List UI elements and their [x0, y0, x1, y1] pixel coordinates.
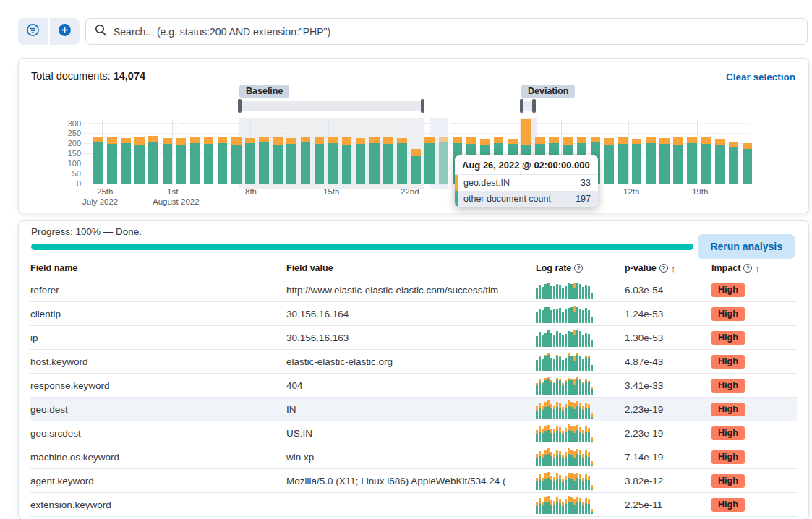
sparkline-bar — [544, 333, 547, 347]
table-row[interactable]: geo.destIN2.23e-19High — [30, 398, 797, 421]
sparkline-bar — [550, 505, 552, 514]
histogram-bar[interactable] — [411, 149, 421, 184]
histogram-bar[interactable] — [646, 137, 656, 184]
histogram-bar[interactable] — [743, 143, 753, 184]
sparkline-bar — [565, 408, 567, 419]
impact-help-icon[interactable]: ? — [743, 264, 752, 273]
sparkline-bar — [565, 358, 567, 371]
sparkline-bar — [585, 381, 587, 395]
sparkline-bar — [570, 502, 573, 514]
histogram-bar[interactable] — [259, 137, 269, 184]
table-row[interactable]: machine.os.keywordwin xp7.14e-19High — [30, 445, 797, 469]
histogram-bar[interactable] — [121, 138, 131, 184]
sparkline-bar — [579, 331, 581, 347]
table-row[interactable]: extension.keyword2.25e-11High — [30, 493, 797, 517]
histogram-bar[interactable] — [701, 137, 711, 184]
deviation-brush-left-handle[interactable] — [520, 99, 523, 113]
sparkline-bar — [553, 335, 555, 347]
histogram-bar[interactable] — [397, 138, 407, 184]
histogram-bar[interactable] — [148, 136, 158, 184]
histogram-bar[interactable] — [163, 138, 173, 184]
sparkline-bar — [588, 457, 590, 466]
sparkline-bar — [579, 479, 581, 490]
histogram-bar[interactable] — [342, 137, 352, 184]
table-row[interactable]: agent.keywordMozilla/5.0 (X11; Linux i68… — [30, 469, 797, 493]
histogram-bar[interactable] — [328, 137, 338, 184]
sparkline-bar — [565, 432, 567, 442]
saved-queries-button[interactable] — [18, 18, 48, 45]
p-value-help-icon[interactable]: ? — [659, 264, 668, 273]
other-count-segment — [176, 145, 187, 184]
log-rate-help-icon[interactable]: ? — [574, 264, 583, 273]
other-count-segment — [121, 143, 131, 184]
sparkline-bar — [559, 432, 561, 442]
table-row[interactable]: host.keywordelastic-elastic-elastic.org4… — [30, 350, 797, 374]
baseline-brush-left-handle[interactable] — [238, 99, 242, 113]
sparkline-bar — [565, 480, 567, 490]
add-filter-button[interactable] — [50, 18, 80, 45]
sparkline-bar — [550, 456, 552, 466]
table-row[interactable]: refererhttp://www.elastic-elastic-elasti… — [30, 278, 797, 302]
histogram-bar[interactable] — [107, 137, 117, 184]
histogram-bar[interactable] — [659, 138, 670, 184]
clear-selection-link[interactable]: Clear selection — [726, 72, 795, 82]
histogram-bar[interactable] — [632, 139, 642, 184]
deviation-brush-right-handle[interactable] — [532, 99, 536, 113]
sparkline-bar — [547, 454, 550, 466]
histogram-bar[interactable] — [245, 138, 255, 184]
histogram-bar[interactable] — [383, 137, 393, 184]
other-count-segment — [286, 144, 296, 184]
histogram-bar[interactable] — [369, 137, 380, 184]
document-count-chart[interactable] — [84, 124, 749, 184]
field-value-cell: 404 — [286, 380, 536, 391]
search-input[interactable] — [114, 21, 798, 43]
impact-badge: High — [711, 450, 745, 464]
rerun-analysis-button[interactable]: Rerun analysis — [698, 234, 795, 259]
deviation-brush[interactable] — [522, 101, 532, 111]
histogram-bar[interactable] — [231, 137, 242, 184]
header-p-value[interactable]: p-value ? ↑ — [625, 263, 711, 274]
table-row[interactable]: ip30.156.16.1631.30e-53High — [30, 326, 797, 350]
deviation-series-segment — [577, 137, 587, 143]
baseline-brush-right-handle[interactable] — [421, 99, 424, 113]
deviation-series-segment — [107, 137, 117, 144]
histogram-bar[interactable] — [673, 137, 683, 184]
table-row[interactable]: geo.srcdestUS:IN2.23e-19High — [30, 421, 797, 445]
p-value-sort-asc-icon[interactable]: ↑ — [671, 263, 676, 274]
histogram-bar[interactable] — [93, 137, 103, 184]
other-count-segment — [148, 142, 158, 184]
histogram-bar[interactable] — [687, 137, 697, 184]
histogram-bar[interactable] — [424, 137, 435, 184]
sparkline-bar — [573, 433, 576, 442]
sparkline-bar — [582, 287, 584, 299]
other-count-segment — [397, 143, 407, 184]
histogram-bar[interactable] — [176, 138, 187, 184]
histogram-bar[interactable] — [301, 137, 311, 184]
baseline-brush[interactable] — [240, 101, 422, 111]
deviation-series-segment — [521, 119, 531, 145]
impact-sort-asc-icon[interactable]: ↑ — [755, 263, 760, 274]
deviation-series-segment — [301, 137, 311, 142]
histogram-bar[interactable] — [204, 137, 214, 184]
other-count-segment — [701, 144, 711, 184]
histogram-bar[interactable] — [315, 137, 325, 184]
histogram-bar[interactable] — [190, 137, 200, 184]
sparkline-bar — [550, 310, 552, 323]
histogram-bar[interactable] — [286, 138, 296, 184]
deviation-series-segment — [453, 137, 463, 142]
sparkline-bar — [536, 336, 538, 347]
histogram-bar[interactable] — [439, 137, 449, 184]
histogram-bar[interactable] — [134, 137, 145, 184]
histogram-bar[interactable] — [715, 139, 725, 184]
histogram-bar[interactable] — [356, 138, 366, 184]
histogram-bar[interactable] — [604, 138, 615, 184]
histogram-bar[interactable] — [273, 137, 283, 184]
field-value-cell: IN — [286, 404, 536, 415]
table-row[interactable]: response.keyword4043.41e-33High — [30, 374, 797, 398]
histogram-bar[interactable] — [729, 142, 739, 184]
table-row[interactable]: clientip30.156.16.1641.24e-53High — [30, 302, 797, 326]
histogram-bar[interactable] — [218, 137, 228, 184]
x-axis-tick-label: 25thJuly 2022 — [97, 186, 118, 207]
histogram-bar[interactable] — [618, 137, 628, 184]
header-impact[interactable]: Impact ? ↑ — [711, 263, 797, 274]
